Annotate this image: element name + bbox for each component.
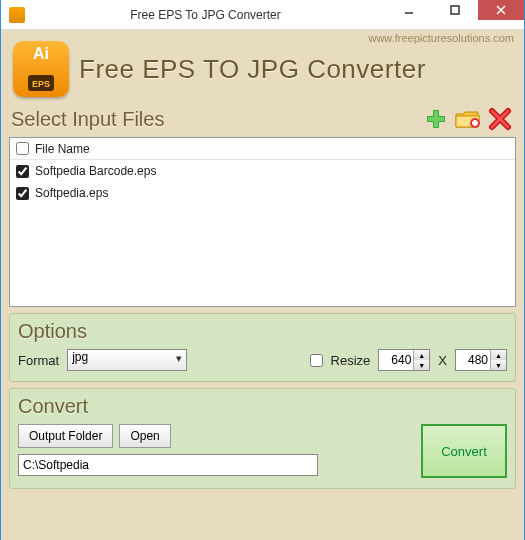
- logo-eps-tag: EPS: [32, 79, 50, 89]
- svg-rect-1: [451, 6, 459, 14]
- select-all-checkbox[interactable]: [16, 142, 29, 155]
- input-files-title: Select Input Files: [11, 108, 164, 131]
- title-bar: Free EPS To JPG Converter: [1, 0, 524, 30]
- column-filename: File Name: [35, 142, 90, 156]
- minimize-button[interactable]: [386, 0, 432, 20]
- app-title-prefix: Free: [79, 54, 142, 84]
- convert-button-label: Convert: [441, 444, 487, 459]
- file-row[interactable]: Softpedia.eps: [10, 182, 515, 204]
- height-input[interactable]: [456, 350, 490, 370]
- width-down[interactable]: ▼: [414, 360, 429, 370]
- close-button[interactable]: [478, 0, 524, 20]
- format-label: Format: [18, 353, 59, 368]
- height-down[interactable]: ▼: [491, 360, 506, 370]
- minimize-icon: [404, 5, 414, 15]
- add-folder-button[interactable]: [454, 106, 482, 132]
- width-input[interactable]: [379, 350, 413, 370]
- folder-plus-icon: [454, 107, 482, 131]
- height-spinner[interactable]: ▲▼: [455, 349, 507, 371]
- convert-title: Convert: [18, 395, 507, 418]
- options-title: Options: [18, 320, 507, 343]
- app-title-suffix: Converter: [299, 54, 425, 84]
- height-up[interactable]: ▲: [491, 350, 506, 360]
- svg-rect-10: [472, 121, 478, 124]
- maximize-icon: [450, 5, 460, 15]
- app-title: Free EPS TO JPG Converter: [79, 54, 426, 85]
- resize-checkbox[interactable]: [310, 354, 323, 367]
- output-path-input[interactable]: [18, 454, 318, 476]
- output-folder-button[interactable]: Output Folder: [18, 424, 113, 448]
- options-panel: Options Format jpg Resize ▲▼ X ▲▼: [9, 313, 516, 382]
- format-value: jpg: [72, 350, 88, 364]
- file-list[interactable]: File Name Softpedia Barcode.eps Softpedi…: [9, 137, 516, 307]
- format-select[interactable]: jpg: [67, 349, 187, 371]
- remove-button[interactable]: [486, 106, 514, 132]
- file-row-name: Softpedia.eps: [35, 186, 108, 200]
- file-row-checkbox[interactable]: [16, 187, 29, 200]
- window-title: Free EPS To JPG Converter: [25, 8, 386, 22]
- file-list-header[interactable]: File Name: [10, 138, 515, 160]
- width-up[interactable]: ▲: [414, 350, 429, 360]
- app-icon: [9, 7, 25, 23]
- svg-rect-7: [428, 117, 444, 121]
- plus-icon: [423, 107, 449, 131]
- file-row[interactable]: Softpedia Barcode.eps: [10, 160, 515, 182]
- open-button[interactable]: Open: [119, 424, 170, 448]
- file-row-name: Softpedia Barcode.eps: [35, 164, 156, 178]
- width-spinner[interactable]: ▲▼: [378, 349, 430, 371]
- convert-panel: Convert Output Folder Open Convert: [9, 388, 516, 489]
- app-logo: EPS: [13, 41, 69, 97]
- close-icon: [496, 5, 506, 15]
- convert-button[interactable]: Convert: [421, 424, 507, 478]
- app-title-accent: EPS TO JPG: [142, 54, 299, 84]
- delete-x-icon: [488, 107, 512, 131]
- resize-label: Resize: [331, 353, 371, 368]
- file-row-checkbox[interactable]: [16, 165, 29, 178]
- add-file-button[interactable]: [422, 106, 450, 132]
- x-label: X: [438, 353, 447, 368]
- maximize-button[interactable]: [432, 0, 478, 20]
